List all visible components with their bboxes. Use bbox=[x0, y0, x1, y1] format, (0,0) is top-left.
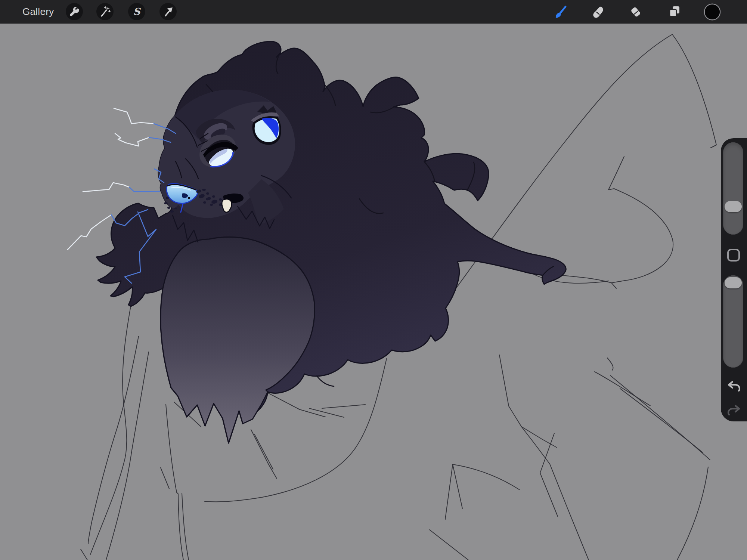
adjustments-button[interactable] bbox=[96, 3, 114, 20]
transform-button[interactable] bbox=[159, 3, 177, 20]
selection-button[interactable]: S bbox=[128, 3, 145, 20]
sidebar-toolbar bbox=[721, 138, 747, 421]
drawing-canvas[interactable] bbox=[0, 0, 747, 560]
undo-icon bbox=[727, 381, 741, 392]
layers-button[interactable] bbox=[666, 3, 683, 21]
brush-size-slider[interactable] bbox=[723, 142, 743, 235]
redo-icon bbox=[727, 405, 741, 416]
transform-arrow-icon bbox=[162, 6, 174, 17]
layers-icon bbox=[667, 4, 682, 19]
actions-button[interactable] bbox=[66, 3, 83, 20]
redo-button[interactable] bbox=[726, 403, 741, 417]
procreate-app-window: Gallery S bbox=[0, 0, 747, 560]
undo-button[interactable] bbox=[726, 380, 741, 393]
top-toolbar: Gallery S bbox=[0, 0, 747, 24]
paint-brush-icon bbox=[553, 4, 568, 19]
gallery-button[interactable]: Gallery bbox=[22, 0, 54, 24]
eraser-icon bbox=[628, 4, 643, 19]
erase-tool-button[interactable] bbox=[627, 3, 644, 21]
opacity-slider-thumb[interactable] bbox=[725, 277, 742, 288]
smudge-tool-button[interactable] bbox=[589, 3, 607, 21]
opacity-slider[interactable] bbox=[723, 275, 743, 368]
paint-tool-button[interactable] bbox=[552, 3, 569, 21]
brush-size-slider-thumb[interactable] bbox=[725, 201, 742, 212]
color-swatch-button[interactable] bbox=[704, 3, 721, 21]
svg-text:S: S bbox=[133, 6, 141, 17]
smudge-icon bbox=[591, 4, 605, 19]
magic-wand-icon bbox=[99, 6, 111, 17]
color-swatch-icon bbox=[704, 2, 721, 22]
modify-button[interactable] bbox=[727, 249, 740, 262]
wrench-icon bbox=[69, 6, 80, 17]
selection-s-icon: S bbox=[131, 6, 142, 17]
